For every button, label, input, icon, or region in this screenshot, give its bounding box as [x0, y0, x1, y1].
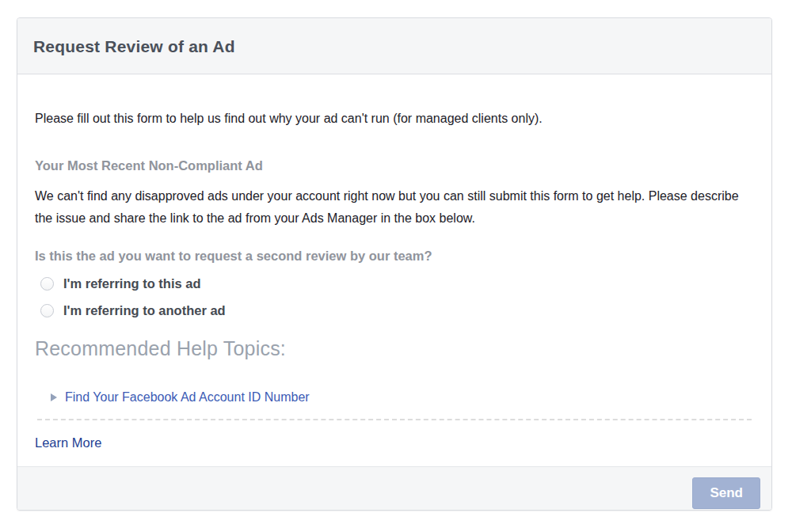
section-heading-non-compliant-ad: Your Most Recent Non-Compliant Ad — [35, 158, 754, 173]
radio-option-another-ad[interactable]: I'm referring to another ad — [35, 303, 754, 318]
radio-option-this-ad[interactable]: I'm referring to this ad — [35, 276, 754, 291]
question-label: Is this the ad you want to request a sec… — [35, 249, 754, 264]
intro-text: Please fill out this form to help us fin… — [35, 110, 754, 127]
radio-button-icon[interactable] — [40, 277, 54, 291]
card-body: Please fill out this form to help us fin… — [17, 74, 771, 466]
radio-option-label: I'm referring to this ad — [63, 276, 201, 291]
radio-group: I'm referring to this ad I'm referring t… — [35, 276, 754, 318]
page-title: Request Review of an Ad — [33, 37, 756, 56]
card-header: Request Review of an Ad — [17, 18, 771, 74]
request-review-card: Request Review of an Ad Please fill out … — [17, 17, 772, 511]
help-topic-item[interactable]: Find Your Facebook Ad Account ID Number — [35, 390, 754, 405]
card-footer: Send — [17, 466, 771, 511]
learn-more-link[interactable]: Learn More — [35, 435, 101, 450]
help-topics-heading: Recommended Help Topics: — [35, 337, 754, 360]
section-body-text: We can't find any disapproved ads under … — [35, 185, 754, 230]
radio-button-icon[interactable] — [40, 304, 54, 317]
send-button[interactable]: Send — [692, 477, 760, 509]
radio-option-label: I'm referring to another ad — [63, 303, 226, 318]
help-topic-link[interactable]: Find Your Facebook Ad Account ID Number — [65, 390, 310, 405]
dashed-divider — [37, 419, 752, 420]
caret-right-icon[interactable] — [51, 393, 57, 401]
